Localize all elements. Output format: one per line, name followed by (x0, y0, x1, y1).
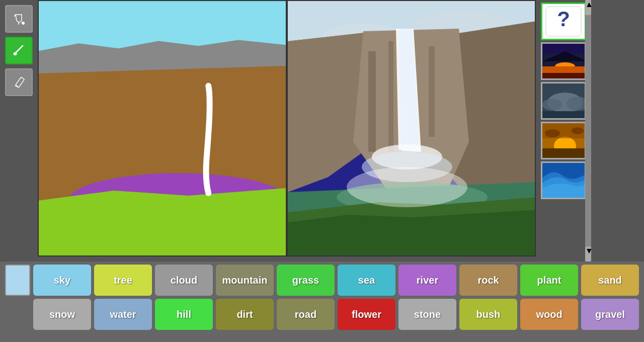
dirt-button[interactable]: dirt (216, 299, 274, 330)
flower-button[interactable]: flower (338, 299, 395, 330)
scrollbar[interactable]: ▲ ▼ (585, 0, 591, 262)
snow-button[interactable]: snow (33, 299, 91, 330)
thumbnail-sunset1[interactable] (541, 42, 586, 80)
river-button[interactable]: river (398, 265, 456, 296)
svg-line-3 (16, 46, 23, 53)
svg-rect-47 (542, 148, 586, 159)
water-button[interactable]: water (94, 299, 152, 330)
road-button[interactable]: road (277, 299, 335, 330)
wood-button[interactable]: wood (520, 299, 578, 330)
svg-rect-20 (368, 51, 376, 152)
svg-rect-22 (429, 46, 435, 137)
cloud-button[interactable]: cloud (155, 265, 213, 296)
stone-button[interactable]: stone (398, 299, 456, 330)
svg-text:?: ? (557, 7, 570, 31)
sand-button[interactable]: sand (581, 265, 639, 296)
fill-tool-button[interactable] (5, 5, 33, 33)
color-swatch[interactable] (5, 265, 30, 296)
sky-button[interactable]: sky (33, 265, 91, 296)
reference-image (287, 0, 536, 256)
tree-button[interactable]: tree (94, 265, 152, 296)
sea-button[interactable]: sea (338, 265, 395, 296)
scroll-down-arrow[interactable]: ▼ (585, 246, 591, 262)
label-row-2: snow water hill dirt road flower stone b… (5, 299, 639, 330)
bush-button[interactable]: bush (459, 299, 517, 330)
svg-rect-39 (542, 73, 586, 80)
svg-point-1 (22, 22, 25, 25)
pencil-tool-button[interactable] (5, 68, 33, 96)
gravel-button[interactable]: gravel (581, 299, 639, 330)
svg-point-31 (347, 167, 467, 207)
thumbnail-clouds[interactable] (541, 82, 586, 120)
svg-point-4 (13, 52, 17, 55)
mountain-button[interactable]: mountain (216, 265, 274, 296)
thumbnail-sunset2[interactable] (541, 122, 586, 159)
svg-point-49 (545, 129, 560, 137)
scroll-up-arrow[interactable]: ▲ (585, 0, 591, 15)
plant-button[interactable]: plant (520, 265, 578, 296)
svg-point-50 (572, 127, 584, 134)
svg-point-42 (542, 99, 562, 111)
rock-button[interactable]: rock (459, 265, 517, 296)
drawing-canvas[interactable] (38, 0, 287, 256)
svg-line-0 (14, 15, 16, 17)
label-row-1: sky tree cloud mountain grass sea river … (5, 265, 639, 296)
thumbnail-wave[interactable] (541, 161, 586, 199)
toolbar (0, 0, 38, 262)
svg-marker-11 (39, 188, 286, 255)
grass-button[interactable]: grass (277, 265, 335, 296)
thumbnails-panel: ? (536, 0, 591, 262)
bottom-panel: sky tree cloud mountain grass sea river … (0, 262, 644, 342)
thumbnail-dice[interactable]: ? (541, 3, 586, 40)
svg-rect-21 (388, 41, 393, 152)
svg-rect-44 (542, 111, 586, 120)
hill-button[interactable]: hill (155, 299, 213, 330)
brush-tool-button[interactable] (5, 37, 33, 64)
